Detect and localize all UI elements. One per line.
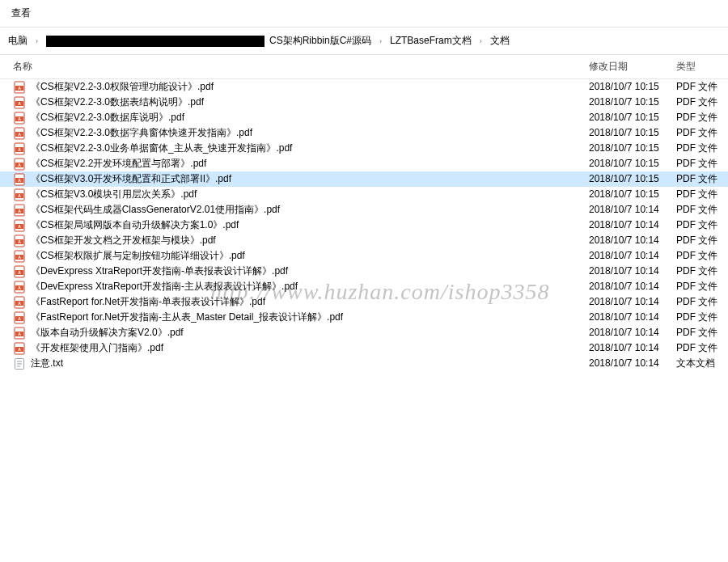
file-row[interactable]: 《CS框架权限扩展与定制按钮功能详细设计》.pdf2018/10/7 10:14… — [0, 248, 728, 264]
file-name-cell[interactable]: 《CS框架V2.2-3.0权限管理功能设计》.pdf — [13, 80, 589, 94]
file-type-cell: PDF 文件 — [676, 218, 725, 232]
file-row[interactable]: 《FastReport for.Net开发指南-单表报表设计详解》.pdf201… — [0, 294, 728, 310]
file-name-label: 《CS框架局域网版本自动升级解决方案1.0》.pdf — [31, 218, 239, 232]
pdf-file-icon — [13, 250, 26, 263]
file-date-cell: 2018/10/7 10:14 — [589, 341, 676, 355]
file-name-label: 《版本自动升级解决方案V2.0》.pdf — [31, 326, 184, 340]
file-row[interactable]: 《CS框架V2.2-3.0业务单据窗体_主从表_快速开发指南》.pdf2018/… — [0, 141, 728, 156]
file-row[interactable]: 《CS框架V3.0模块引用层次关系》.pdf2018/10/7 10:15PDF… — [0, 187, 728, 202]
file-row[interactable]: 《CS框架V2.2开发环境配置与部署》.pdf2018/10/7 10:15PD… — [0, 156, 728, 171]
file-name-cell[interactable]: 《FastReport for.Net开发指南-主从表_Master Detai… — [13, 311, 589, 324]
file-date-cell: 2018/10/7 10:14 — [589, 295, 676, 309]
file-type-cell: PDF 文件 — [676, 95, 725, 109]
file-name-cell[interactable]: 注意.txt — [13, 357, 589, 370]
menu-view[interactable]: 查看 — [6, 5, 36, 22]
pdf-file-icon — [13, 219, 26, 232]
column-headers: 名称 修改日期 类型 — [0, 55, 728, 79]
file-row[interactable]: 《开发框架使用入门指南》.pdf2018/10/7 10:14PDF 文件 — [0, 340, 728, 356]
pdf-file-icon — [13, 281, 26, 294]
pdf-file-icon — [13, 296, 26, 309]
file-row[interactable]: 《DevExpress XtraReport开发指南-主从表报表设计详解》.pd… — [0, 279, 728, 294]
file-type-cell: PDF 文件 — [676, 80, 725, 94]
file-name-cell[interactable]: 《DevExpress XtraReport开发指南-主从表报表设计详解》.pd… — [13, 280, 589, 294]
file-name-label: 《CS框架权限扩展与定制按钮功能详细设计》.pdf — [31, 249, 245, 263]
pdf-file-icon — [13, 142, 26, 155]
file-row[interactable]: 《CS框架局域网版本自动升级解决方案1.0》.pdf2018/10/7 10:1… — [0, 218, 728, 233]
txt-file-icon — [13, 357, 26, 370]
file-name-cell[interactable]: 《CS框架V2.2开发环境配置与部署》.pdf — [13, 157, 589, 171]
pdf-file-icon — [13, 81, 26, 94]
file-row[interactable]: 《CS框架V2.2-3.0数据库说明》.pdf2018/10/7 10:15PD… — [0, 110, 728, 125]
file-type-cell: PDF 文件 — [676, 172, 725, 186]
chevron-right-icon: › — [32, 37, 41, 45]
file-date-cell: 2018/10/7 10:14 — [589, 249, 676, 263]
breadcrumb-bar[interactable]: 电脑 › CS架构Ribbin版C#源码 › LZTBaseFram文档 › 文… — [0, 27, 728, 55]
file-type-cell: 文本文档 — [676, 357, 725, 370]
file-name-cell[interactable]: 《DevExpress XtraReport开发指南-单表报表设计详解》.pdf — [13, 264, 589, 278]
file-name-label: 《DevExpress XtraReport开发指南-单表报表设计详解》.pdf — [31, 264, 288, 278]
file-row[interactable]: 《CS框架V2.2-3.0数据字典窗体快速开发指南》.pdf2018/10/7 … — [0, 125, 728, 141]
file-type-cell: PDF 文件 — [676, 142, 725, 155]
file-name-cell[interactable]: 《FastReport for.Net开发指南-单表报表设计详解》.pdf — [13, 295, 589, 309]
breadcrumb-seg-1[interactable]: LZTBaseFram文档 — [390, 34, 472, 48]
pdf-file-icon — [13, 204, 26, 217]
file-name-cell[interactable]: 《版本自动升级解决方案V2.0》.pdf — [13, 326, 589, 340]
file-date-cell: 2018/10/7 10:15 — [589, 111, 676, 125]
file-row[interactable]: 《CS框架开发文档之开发框架与模块》.pdf2018/10/7 10:14PDF… — [0, 233, 728, 248]
file-type-cell: PDF 文件 — [676, 234, 725, 247]
menu-bar: 查看 — [0, 0, 728, 27]
breadcrumb-seg-2[interactable]: 文档 — [490, 34, 510, 48]
file-date-cell: 2018/10/7 10:14 — [589, 326, 676, 340]
file-name-cell[interactable]: 《CS框架V2.2-3.0数据表结构说明》.pdf — [13, 95, 589, 109]
file-name-cell[interactable]: 《CS框架V2.2-3.0数据字典窗体快速开发指南》.pdf — [13, 126, 589, 140]
file-date-cell: 2018/10/7 10:15 — [589, 126, 676, 140]
file-date-cell: 2018/10/7 10:14 — [589, 280, 676, 294]
file-row[interactable]: 《DevExpress XtraReport开发指南-单表报表设计详解》.pdf… — [0, 264, 728, 279]
file-name-label: 《FastReport for.Net开发指南-单表报表设计详解》.pdf — [31, 295, 265, 309]
file-name-cell[interactable]: 《CS框架V3.0模块引用层次关系》.pdf — [13, 188, 589, 201]
file-date-cell: 2018/10/7 10:14 — [589, 357, 676, 370]
col-header-type[interactable]: 类型 — [676, 60, 725, 74]
breadcrumb-root[interactable]: 电脑 — [8, 34, 28, 48]
file-row[interactable]: 注意.txt2018/10/7 10:14文本文档 — [0, 356, 728, 371]
breadcrumb-seg-0[interactable]: CS架构Ribbin版C#源码 — [269, 34, 371, 48]
file-name-label: 《CS框架V2.2-3.0数据库说明》.pdf — [31, 111, 184, 125]
col-header-name[interactable]: 名称 — [13, 60, 589, 74]
file-name-cell[interactable]: 《CS框架V3.0开发环境配置和正式部署II》.pdf — [13, 172, 589, 186]
file-type-cell: PDF 文件 — [676, 311, 725, 324]
pdf-file-icon — [13, 173, 26, 186]
file-name-cell[interactable]: 《CS框架代码生成器ClassGeneratorV2.01使用指南》.pdf — [13, 203, 589, 217]
file-date-cell: 2018/10/7 10:14 — [589, 203, 676, 217]
file-name-label: 《CS框架V3.0开发环境配置和正式部署II》.pdf — [31, 172, 231, 186]
file-name-label: 《CS框架V2.2开发环境配置与部署》.pdf — [31, 157, 206, 171]
file-name-cell[interactable]: 《CS框架V2.2-3.0业务单据窗体_主从表_快速开发指南》.pdf — [13, 142, 589, 155]
file-type-cell: PDF 文件 — [676, 111, 725, 125]
file-row[interactable]: 《CS框架V3.0开发环境配置和正式部署II》.pdf2018/10/7 10:… — [0, 171, 728, 187]
chevron-right-icon: › — [476, 37, 485, 45]
file-row[interactable]: 《CS框架V2.2-3.0数据表结构说明》.pdf2018/10/7 10:15… — [0, 95, 728, 110]
file-name-label: 《CS框架V2.2-3.0业务单据窗体_主从表_快速开发指南》.pdf — [31, 142, 292, 155]
file-date-cell: 2018/10/7 10:15 — [589, 142, 676, 155]
file-type-cell: PDF 文件 — [676, 295, 725, 309]
file-date-cell: 2018/10/7 10:15 — [589, 172, 676, 186]
file-type-cell: PDF 文件 — [676, 188, 725, 201]
pdf-file-icon — [13, 311, 26, 324]
file-name-cell[interactable]: 《CS框架局域网版本自动升级解决方案1.0》.pdf — [13, 218, 589, 232]
col-header-date[interactable]: 修改日期 — [589, 60, 676, 74]
file-name-cell[interactable]: 《CS框架开发文档之开发框架与模块》.pdf — [13, 234, 589, 247]
file-row[interactable]: 《版本自动升级解决方案V2.0》.pdf2018/10/7 10:14PDF 文… — [0, 325, 728, 340]
file-name-cell[interactable]: 《CS框架V2.2-3.0数据库说明》.pdf — [13, 111, 589, 125]
file-row[interactable]: 《CS框架V2.2-3.0权限管理功能设计》.pdf2018/10/7 10:1… — [0, 79, 728, 95]
file-name-cell[interactable]: 《开发框架使用入门指南》.pdf — [13, 341, 589, 355]
file-name-label: 《CS框架V2.2-3.0数据字典窗体快速开发指南》.pdf — [31, 126, 252, 140]
file-date-cell: 2018/10/7 10:14 — [589, 264, 676, 278]
file-name-label: 《CS框架开发文档之开发框架与模块》.pdf — [31, 234, 216, 247]
file-name-cell[interactable]: 《CS框架权限扩展与定制按钮功能详细设计》.pdf — [13, 249, 589, 263]
file-type-cell: PDF 文件 — [676, 341, 725, 355]
file-row[interactable]: 《FastReport for.Net开发指南-主从表_Master Detai… — [0, 310, 728, 325]
file-row[interactable]: 《CS框架代码生成器ClassGeneratorV2.01使用指南》.pdf20… — [0, 202, 728, 218]
pdf-file-icon — [13, 188, 26, 201]
pdf-file-icon — [13, 235, 26, 247]
pdf-file-icon — [13, 265, 26, 278]
file-type-cell: PDF 文件 — [676, 157, 725, 171]
